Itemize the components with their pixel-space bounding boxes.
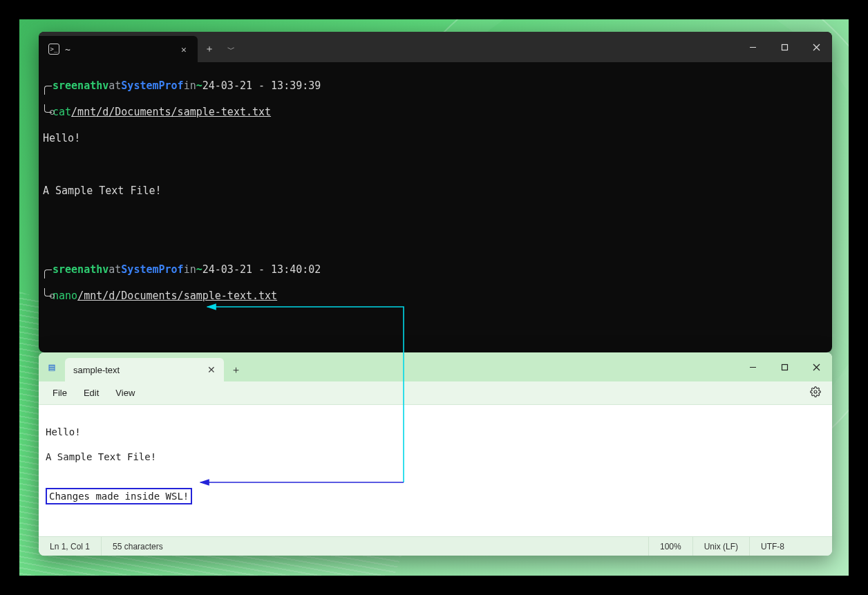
notepad-menubar: File Edit View (39, 381, 832, 405)
terminal-tab-title: ~ (65, 44, 70, 55)
terminal-tab[interactable]: >_ ~ ✕ (39, 36, 198, 62)
terminal-icon: >_ (48, 44, 59, 55)
menu-file[interactable]: File (44, 384, 75, 402)
close-button[interactable] (800, 352, 832, 381)
minimize-button[interactable] (737, 352, 768, 381)
output-line: Hello! (43, 132, 828, 145)
tab-close-button[interactable]: ✕ (177, 42, 191, 56)
notepad-text-area[interactable]: Hello! A Sample Text File! Changes made … (39, 405, 832, 525)
notepad-tab[interactable]: sample-text ✕ (65, 358, 224, 381)
prompt-user: sreenathv (53, 79, 108, 93)
new-tab-button[interactable]: ＋ (198, 36, 221, 62)
status-charcount: 55 characters (101, 537, 174, 556)
maximize-button[interactable] (768, 32, 800, 62)
prompt-host: SystemProf (121, 79, 183, 93)
highlighted-text: Changes made inside WSL! (46, 488, 192, 504)
close-button[interactable] (800, 32, 832, 62)
notepad-window: ▤ sample-text ✕ ＋ File Edit View Hello! … (39, 352, 832, 556)
tab-dropdown-button[interactable]: ﹀ (221, 36, 240, 62)
text-line: Hello! (46, 426, 81, 437)
notepad-tab-title: sample-text (73, 365, 120, 375)
notepad-icon: ▤ (39, 352, 65, 381)
tab-close-button[interactable]: ✕ (207, 364, 216, 375)
minimize-button[interactable] (737, 32, 768, 62)
prompt-time: 24-03-21 - 13:39:39 (202, 79, 321, 93)
maximize-button[interactable] (768, 352, 800, 381)
command: cat (53, 106, 71, 119)
svg-rect-5 (782, 364, 787, 370)
settings-button[interactable] (804, 382, 827, 404)
status-position: Ln 1, Col 1 (39, 537, 101, 556)
text-line: A Sample Text File! (46, 451, 156, 462)
svg-rect-1 (782, 44, 787, 50)
notepad-statusbar: Ln 1, Col 1 55 characters 100% Unix (LF)… (39, 536, 832, 556)
svg-point-8 (814, 390, 817, 393)
terminal-titlebar: >_ ~ ✕ ＋ ﹀ (39, 32, 832, 62)
notepad-titlebar: ▤ sample-text ✕ ＋ (39, 352, 832, 381)
new-tab-button[interactable]: ＋ (224, 358, 247, 381)
status-encoding: UTF-8 (749, 537, 832, 556)
file-path: /mnt/d/Documents/sample-text.txt (71, 106, 271, 119)
terminal-body[interactable]: sreenathv at SystemProf in ~ 24-03-21 - … (39, 62, 832, 352)
menu-view[interactable]: View (107, 384, 143, 402)
status-eol: Unix (LF) (692, 537, 749, 556)
terminal-window: >_ ~ ✕ ＋ ﹀ sreenathv at SystemProf in ~ … (39, 32, 832, 352)
status-zoom[interactable]: 100% (648, 537, 692, 556)
menu-edit[interactable]: Edit (75, 384, 107, 402)
output-line: A Sample Text File! (43, 185, 828, 198)
